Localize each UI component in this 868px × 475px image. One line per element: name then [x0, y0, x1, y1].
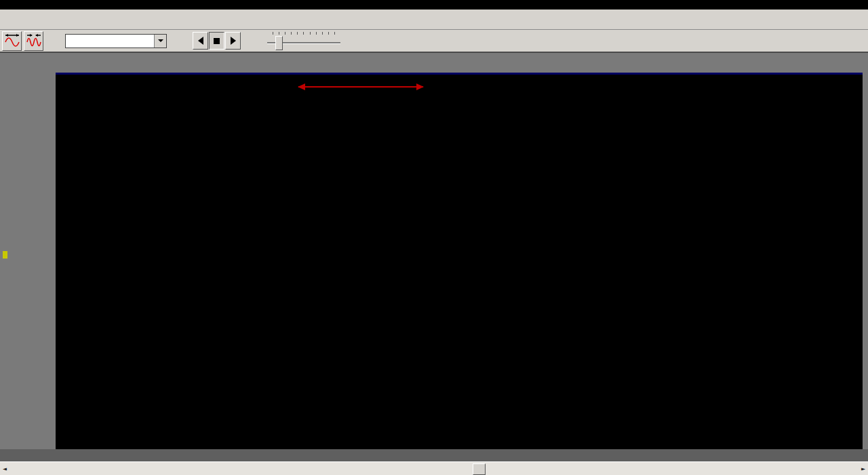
stop-button[interactable]	[209, 32, 224, 50]
viewer-window: ◄ ►	[0, 0, 868, 475]
play-forward-button[interactable]	[225, 32, 241, 50]
stop-icon	[214, 38, 220, 44]
compress-wave-button[interactable]	[24, 31, 43, 51]
status-bar	[0, 449, 868, 461]
play-backward-button[interactable]	[193, 32, 208, 50]
zoom-toolbar	[0, 30, 868, 53]
compress-wave-icon	[26, 33, 42, 49]
playback-controls	[193, 32, 241, 50]
slider-thumb[interactable]	[275, 36, 283, 50]
waveform-chart-area[interactable]	[56, 73, 863, 451]
zoom-factor-combobox[interactable]	[65, 34, 167, 48]
info-bar	[0, 53, 868, 73]
horizontal-scrollbar[interactable]: ◄ ►	[0, 461, 868, 475]
expand-wave-icon	[4, 33, 20, 49]
ch8-axis-tag[interactable]	[3, 251, 9, 259]
title-bar[interactable]	[0, 0, 868, 10]
arrow-left-icon	[298, 83, 305, 90]
speed-control	[262, 31, 346, 51]
play-backward-icon	[198, 37, 203, 45]
waveform-canvas[interactable]	[56, 75, 863, 451]
slider-ticks	[273, 32, 335, 35]
play-forward-icon	[231, 37, 236, 45]
arrow-right-icon	[416, 83, 424, 90]
combobox-dropdown-button[interactable]	[154, 35, 166, 48]
scroll-left-icon[interactable]: ◄	[3, 465, 7, 473]
main-toolbar	[0, 10, 868, 30]
scroll-right-icon[interactable]: ►	[861, 465, 865, 473]
scrollbar-thumb[interactable]	[473, 463, 486, 475]
expand-wave-button[interactable]	[2, 31, 22, 51]
chevron-down-icon	[158, 39, 163, 42]
ch8-color-swatch-icon	[3, 251, 7, 259]
speed-slider[interactable]	[267, 31, 340, 51]
time-span-arrow	[298, 86, 423, 88]
